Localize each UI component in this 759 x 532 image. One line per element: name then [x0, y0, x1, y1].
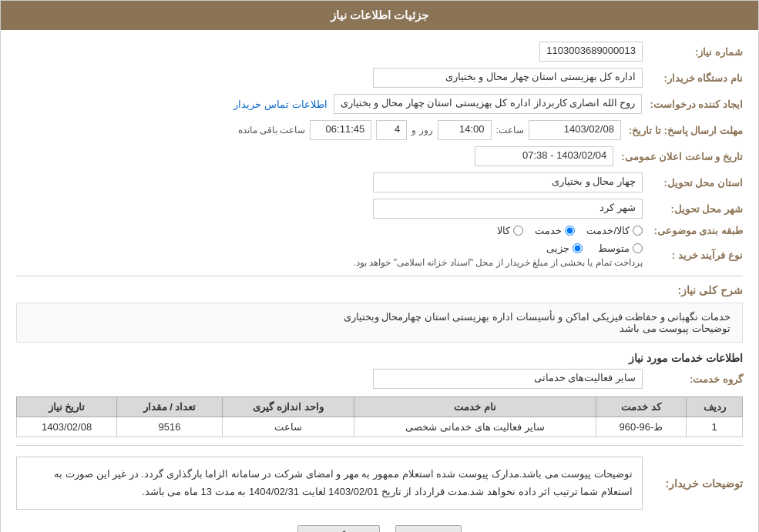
category-kala-khadamat-radio[interactable]: [633, 226, 643, 236]
table-cell-1: ط-96-960: [596, 417, 686, 437]
delivery-city-label: شهر محل تحویل:: [643, 203, 743, 215]
col-service-code: کد خدمت: [596, 397, 686, 417]
category-options: کالا/خدمت خدمت کالا: [497, 225, 643, 236]
category-row: طبقه بندی موضوعی: کالا/خدمت خدمت کالا: [16, 225, 743, 236]
days-label: روز و: [411, 125, 432, 136]
date-value: 1403/02/08: [529, 120, 621, 140]
process-type-row: نوع فرآیند خرید : متوسط جزیی پرداخت تمام…: [16, 243, 743, 268]
table-header-row: ردیف کد خدمت نام خدمت واحد اندازه گیری ت…: [17, 397, 743, 417]
send-date-label: مهلت ارسال پاسخ: تا تاریخ:: [621, 125, 743, 136]
need-number-label: شماره نیاز:: [643, 46, 743, 58]
time-label: ساعت:: [496, 125, 524, 136]
need-desc-line2: توضیحات پیوست می باشد: [29, 323, 730, 334]
table-cell-2: سایر فعالیت های خدماتی شخصی: [354, 417, 596, 437]
creator-row: ایجاد کننده درخواست: روح الله انصاری کار…: [16, 94, 743, 114]
creator-label: ایجاد کننده درخواست:: [642, 99, 743, 110]
category-label: طبقه بندی موضوعی:: [643, 225, 743, 236]
process-type-label: نوع فرآیند خرید :: [643, 249, 743, 261]
buyer-org-value: اداره کل بهزیستی استان چهار محال و بختیا…: [373, 68, 643, 88]
table-row: 1ط-96-960سایر فعالیت های خدماتی شخصیساعت…: [17, 417, 743, 437]
need-number-row: شماره نیاز: 1103003689000013: [16, 42, 743, 62]
main-content: شماره نیاز: 1103003689000013 نام دستگاه …: [1, 30, 758, 532]
buyer-notes-row: توضیحات خریدار: توضیحات پیوست می باشد.مد…: [16, 453, 743, 510]
public-date-row: تاریخ و ساعت اعلان عمومی: 1403/02/04 - 0…: [16, 146, 743, 166]
service-group-label: گروه خدمت:: [643, 373, 743, 385]
process-desc: پرداخت تمام یا بخشی از مبلغ خریدار از مح…: [354, 257, 643, 268]
remaining-label: ساعت باقی مانده: [238, 125, 306, 136]
services-info-label: اطلاعات خدمات مورد نیاز: [16, 352, 743, 364]
category-khadamat-radio[interactable]: [565, 226, 575, 236]
buyer-org-label: نام دستگاه خریدار:: [643, 72, 743, 84]
need-desc-label: شرح کلی نیاز:: [643, 284, 743, 296]
header-title: جزئیات اطلاعات نیاز: [331, 8, 428, 22]
col-date: تاریخ نیاز: [17, 397, 117, 417]
delivery-province-value: چهار محال و بختیاری: [373, 172, 643, 192]
table-cell-3: ساعت: [222, 417, 354, 437]
delivery-province-label: استان محل تحویل:: [643, 177, 743, 189]
category-khadamat[interactable]: خدمت: [535, 225, 575, 236]
buyer-notes-label: توضیحات خریدار:: [643, 473, 743, 490]
remaining-value: 06:11:45: [310, 120, 371, 140]
days-value: 4: [376, 120, 407, 140]
category-kala-radio[interactable]: [513, 226, 523, 236]
print-button[interactable]: چاپ: [395, 525, 462, 532]
public-date-label: تاریخ و ساعت اعلان عمومی:: [613, 151, 743, 162]
back-button[interactable]: بازگشت: [297, 525, 380, 532]
process-motavasset-radio[interactable]: [633, 243, 643, 253]
creator-value: روح الله انصاری کاربرداز اداره کل بهزیست…: [334, 94, 643, 114]
need-desc-row: شرح کلی نیاز:: [16, 284, 743, 296]
divider1: [16, 276, 743, 276]
buyer-notes-value: توضیحات پیوست می باشد.مدارک پیوست شده اس…: [16, 457, 643, 510]
col-service-name: نام خدمت: [354, 397, 596, 417]
process-options: متوسط جزیی پرداخت تمام یا بخشی از مبلغ خ…: [354, 243, 643, 268]
public-date-value: 1403/02/04 - 07:38: [475, 146, 613, 166]
table-cell-4: 9516: [117, 417, 222, 437]
process-motavasset[interactable]: متوسط: [598, 243, 643, 254]
col-row-num: ردیف: [687, 397, 743, 417]
buttons-row: چاپ بازگشت: [16, 525, 743, 532]
need-desc-line1: خدمات نگهبانی و حفاظت فیزیکی اماکن و تأس…: [29, 311, 730, 323]
delivery-city-row: شهر محل تحویل: شهر کرد: [16, 199, 743, 219]
process-jozvi-radio[interactable]: [573, 243, 583, 253]
send-date-row: مهلت ارسال پاسخ: تا تاریخ: 1403/02/08 سا…: [16, 120, 743, 140]
send-date-fields: 1403/02/08 ساعت: 14:00 روز و 4 06:11:45 …: [238, 120, 621, 140]
services-table-section: ردیف کد خدمت نام خدمت واحد اندازه گیری ت…: [16, 396, 743, 437]
process-jozvi[interactable]: جزیی: [546, 243, 583, 254]
col-unit: واحد اندازه گیری: [222, 397, 354, 417]
table-cell-5: 1403/02/08: [17, 417, 117, 437]
table-cell-0: 1: [687, 417, 743, 437]
time-value: 14:00: [438, 120, 492, 140]
delivery-city-value: شهر کرد: [373, 199, 643, 219]
need-number-value: 1103003689000013: [539, 42, 643, 62]
category-kala-khadamat[interactable]: کالا/خدمت: [586, 225, 643, 236]
creator-link[interactable]: اطلاعات تماس خریدار: [233, 99, 327, 110]
process-radios: متوسط جزیی: [354, 243, 643, 254]
service-group-value: سایر فعالیت‌های خدماتی: [373, 369, 643, 389]
divider2: [16, 445, 743, 446]
service-group-row: گروه خدمت: سایر فعالیت‌های خدماتی: [16, 369, 743, 389]
page-wrapper: جزئیات اطلاعات نیاز شماره نیاز: 11030036…: [0, 0, 759, 532]
delivery-province-row: استان محل تحویل: چهار محال و بختیاری: [16, 172, 743, 192]
page-header: جزئیات اطلاعات نیاز: [1, 1, 758, 30]
need-desc-section: خدمات نگهبانی و حفاظت فیزیکی اماکن و تأس…: [16, 303, 743, 343]
col-quantity: تعداد / مقدار: [117, 397, 222, 417]
category-kala[interactable]: کالا: [497, 225, 523, 236]
services-table: ردیف کد خدمت نام خدمت واحد اندازه گیری ت…: [16, 396, 743, 437]
buyer-org-row: نام دستگاه خریدار: اداره کل بهزیستی استا…: [16, 68, 743, 88]
